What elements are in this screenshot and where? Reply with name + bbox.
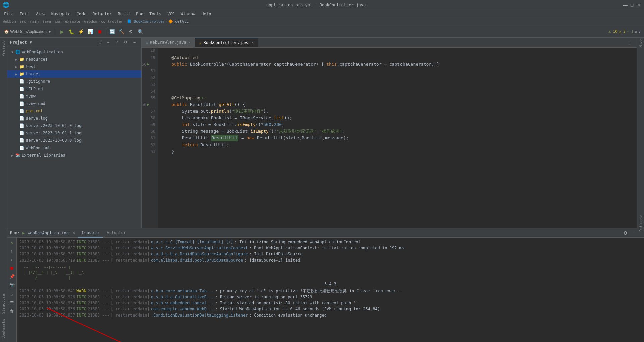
editor-panel: ☕ WebCrawler.java ✕ ☕ BookController.jav… (142, 38, 637, 228)
menu-item-code[interactable]: Code (74, 11, 89, 17)
bc-com[interactable]: com (55, 19, 61, 24)
tree-external-libs[interactable]: ▶ 📚 External Libraries (7, 152, 141, 159)
tab-close-bookcontroller[interactable]: ✕ (252, 40, 254, 45)
settings-button[interactable]: ⚙ (127, 27, 135, 36)
tree-helpmd[interactable]: 📄 HELP.md (7, 85, 141, 93)
clear-button[interactable]: 🗑 (8, 307, 16, 315)
menu-item-vcs[interactable]: VCS (165, 11, 177, 17)
coverage-button[interactable]: ⚡ (77, 27, 85, 36)
bookmarks-tab[interactable]: Bookmarks (0, 317, 7, 341)
refresh-button[interactable]: 🔄 (108, 27, 116, 36)
code-content[interactable]: @Autowired public BookController(Captcha… (158, 48, 637, 228)
pin-button[interactable]: 📌 (8, 273, 16, 280)
library-icon: 📚 (15, 153, 20, 158)
bc-example[interactable]: example (65, 19, 80, 24)
tab-close-webcrawler[interactable]: ✕ (189, 40, 191, 45)
bc-getall[interactable]: 🔶 getAll (168, 19, 189, 24)
tree-gitignore[interactable]: 📄 .gitignore (7, 78, 141, 85)
tree-pomxml[interactable]: 📄 pom.xml (7, 107, 141, 115)
wrap-button[interactable]: ↵ (8, 291, 16, 298)
scroll-up-button[interactable]: ↑ (8, 247, 16, 255)
profile-button[interactable]: 📊 (86, 27, 94, 36)
menu-item-refactor[interactable]: Refactor (90, 11, 114, 17)
search-button[interactable]: 🔍 (136, 27, 144, 36)
bc-src[interactable]: src (19, 19, 26, 24)
run-config-button[interactable]: 🏠 WebDomApplication ▼ (2, 27, 54, 36)
maven-icon[interactable]: Maven (637, 39, 644, 46)
tab-webcrawler[interactable]: ☕ WebCrawler.java ✕ (142, 38, 195, 47)
tab-settings-button[interactable]: ⋮ (626, 39, 634, 47)
tree-label-pom: pom.xml (26, 109, 140, 113)
tree-mvnwcmd[interactable]: 📄 mvnw.cmd (7, 100, 141, 107)
close-panel-button[interactable]: − (130, 38, 139, 46)
warning-indicator: ⚠ 10 (609, 29, 618, 34)
menu-item-tools[interactable]: Tools (147, 11, 164, 17)
run-app-name: WebDomApplication (28, 231, 69, 235)
bc-webdom[interactable]: WebDom (3, 19, 16, 24)
close-run-tab[interactable]: ✕ (73, 231, 75, 235)
bc-java[interactable]: java (42, 19, 51, 24)
settings-panel-button[interactable]: ⚙ (122, 38, 130, 46)
bc-bookcontroller[interactable]: 📘 BookController (127, 19, 165, 24)
project-tab[interactable]: Project (0, 39, 7, 58)
tab-bookcontroller[interactable]: ☕ BookController.java ✕ (195, 38, 258, 47)
menu-item-edit[interactable]: Edit (17, 11, 32, 17)
tree-target[interactable]: ▶ 📁 target (7, 70, 141, 78)
expand-all-button[interactable]: ≡ (104, 38, 112, 46)
tree-mvnw[interactable]: 📄 mvnw (7, 93, 141, 100)
soft-wrap-button[interactable]: ☰ (8, 299, 16, 306)
menu-item-help[interactable]: Help (199, 11, 214, 17)
menu-item-navigate[interactable]: Navigate (49, 11, 73, 17)
tree-webdomapplication[interactable]: ▼ 🌐 WebDomApplication (7, 48, 141, 56)
tab-console[interactable]: Console (78, 228, 103, 238)
console-output[interactable]: 2023-10-03 19:08:58.687 INFO 21388 --- [… (17, 238, 644, 342)
menu-item-file[interactable]: File (1, 11, 16, 17)
debug-button[interactable]: 🐛 (67, 27, 75, 36)
maximize-button[interactable]: □ (629, 2, 635, 8)
code-line-63: } (161, 148, 634, 155)
run-panel-settings[interactable]: ⚙ (621, 229, 629, 237)
gutter-run-50[interactable]: ▶ (147, 61, 149, 68)
database-icon[interactable]: Database (637, 220, 644, 227)
bc-webdom2[interactable]: webdom (84, 19, 98, 24)
tree-test[interactable]: ▶ 📁 test (7, 63, 141, 70)
code-line-50: public BookController(CaptchaGenerator c… (161, 61, 634, 68)
tree-arrow-ext: ▶ (11, 154, 15, 157)
tree-webdomiml[interactable]: 📄 WebDom.iml (7, 144, 141, 152)
log-line-3: 2023-10-03 19:08:58.701 INFO 21388 --- [… (19, 251, 641, 257)
menu-item-build[interactable]: Build (115, 11, 132, 17)
run-panel-minimize[interactable]: − (631, 229, 639, 237)
toolbar: 🏠 WebDomApplication ▼ ▶ 🐛 ⚡ 📊 ⏹ 🔄 🔨 ⚙ 🔍 … (0, 25, 644, 38)
spring-banner: -- |-- --|-- ---- | | |\/(__) | |_\ |__)… (19, 265, 641, 287)
tree-arrow-test: ▶ (15, 65, 19, 69)
restart-button[interactable]: ↻ (8, 239, 16, 246)
menu-item-view[interactable]: View (33, 11, 48, 17)
collapse-all-button[interactable]: ⊞ (96, 38, 104, 46)
tree-log3[interactable]: 📄 server.2023-10-03.0.log (7, 137, 141, 144)
up-arrow[interactable]: ∧ (635, 29, 637, 34)
screenshot-button[interactable]: 📷 (8, 281, 16, 288)
scroll-to-source-button[interactable]: ↗ (113, 38, 121, 46)
tree-log2[interactable]: 📄 server.2023-10-01.1.log (7, 129, 141, 137)
menu-item-run[interactable]: Run (133, 11, 146, 17)
minimize-button[interactable]: — (623, 2, 628, 8)
stop-run-button[interactable]: ⏹ (8, 264, 16, 272)
tree-arrow-res: ▶ (15, 58, 19, 61)
bc-controller[interactable]: controller (101, 19, 123, 24)
down-arrow[interactable]: ∨ (638, 29, 641, 34)
stop-button[interactable]: ⏹ (96, 27, 104, 36)
tree-servelog[interactable]: 📄 serve.log (7, 115, 141, 122)
tree-resources[interactable]: ▶ 📁 resources (7, 56, 141, 63)
line-57: 57 (142, 108, 155, 115)
gutter-run-56[interactable]: ▶ (147, 101, 149, 108)
menu-item-window[interactable]: Window (178, 11, 198, 17)
scroll-down-button[interactable]: ↓ (8, 256, 16, 263)
close-button[interactable]: ✕ (636, 2, 641, 8)
bc-main[interactable]: main (30, 19, 39, 24)
file-icon-mvnw: 📄 (19, 94, 24, 99)
build-button[interactable]: 🔨 (117, 27, 125, 36)
structure-tab[interactable]: Structure (0, 292, 7, 316)
tree-log1[interactable]: 📄 server.2023-10-01.0.log (7, 122, 141, 129)
run-button[interactable]: ▶ (58, 27, 66, 36)
tab-actuator[interactable]: Actuator (103, 228, 130, 238)
